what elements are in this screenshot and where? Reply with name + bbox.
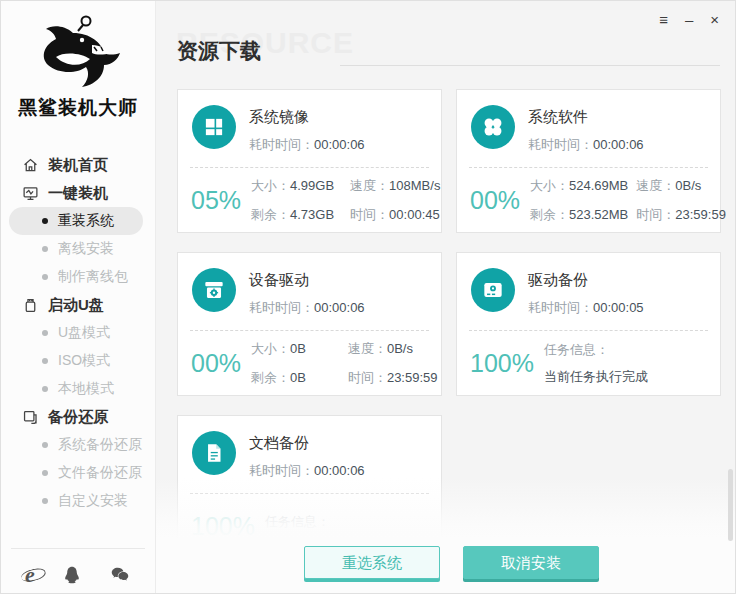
bullet-icon xyxy=(42,386,48,392)
speed-value: 0B/s xyxy=(675,178,701,193)
sidebar-item-reinstall-system[interactable]: 重装系统 xyxy=(9,207,143,235)
bullet-icon xyxy=(42,498,48,504)
elapsed-value: 00:00:06 xyxy=(314,300,365,315)
bullet-icon xyxy=(42,274,48,280)
card-document-backup: 文档备份 耗时时间：00:00:06 100% 任务信息： xyxy=(177,415,442,559)
time-value: 23:59:59 xyxy=(387,370,438,385)
task-status: 当前任务执行完成 xyxy=(544,368,648,386)
size-value: 0B xyxy=(290,341,306,356)
qq-icon[interactable] xyxy=(61,564,83,586)
card-system-image: 系统镜像 耗时时间：00:00:06 05% 大小：4.99GB 速度：108M… xyxy=(177,89,442,233)
app-title: 黑鲨装机大师 xyxy=(1,95,155,121)
elapsed-value: 00:00:06 xyxy=(593,137,644,152)
remain-value: 0B xyxy=(290,370,306,385)
progress-percent: 00% xyxy=(470,186,522,215)
card-driver-backup: 驱动备份 耗时时间：00:00:05 100% 任务信息： 当前任务执行完成 xyxy=(456,252,721,396)
resource-cards: 系统镜像 耗时时间：00:00:06 05% 大小：4.99GB 速度：108M… xyxy=(177,89,721,559)
card-title: 系统软件 xyxy=(528,108,644,127)
progress-percent: 05% xyxy=(191,186,243,215)
sidebar-item-make-offline-pack[interactable]: 制作离线包 xyxy=(1,263,155,291)
speed-value: 108MB/s xyxy=(389,178,440,193)
sidebar-item-backup-restore[interactable]: 备份还原 xyxy=(1,403,155,431)
speed-value: 0B/s xyxy=(387,341,413,356)
backup-icon xyxy=(22,409,39,426)
document-icon xyxy=(192,431,236,475)
bullet-icon xyxy=(42,330,48,336)
sidebar-item-home[interactable]: 装机首页 xyxy=(1,151,155,179)
one-click-icon xyxy=(22,185,39,202)
page-title: 资源下载 xyxy=(177,37,261,65)
app-logo: 黑鲨装机大师 xyxy=(1,1,155,121)
sidebar-item-file-backup-restore[interactable]: 文件备份还原 xyxy=(1,459,155,487)
sidebar-item-one-click[interactable]: 一键装机 xyxy=(1,179,155,207)
sidebar-item-offline-install[interactable]: 离线安装 xyxy=(1,235,155,263)
task-info-label: 任务信息： xyxy=(265,513,330,531)
elapsed-value: 00:00:05 xyxy=(593,300,644,315)
elapsed-value: 00:00:06 xyxy=(314,137,365,152)
scrollbar-thumb[interactable] xyxy=(728,469,733,541)
usb-icon xyxy=(22,297,39,314)
home-icon xyxy=(22,157,39,174)
sidebar-item-iso-mode[interactable]: ISO模式 xyxy=(1,347,155,375)
sidebar-item-system-backup-restore[interactable]: 系统备份还原 xyxy=(1,431,155,459)
windows-icon xyxy=(192,105,236,149)
window-controls: ≡ – × xyxy=(659,10,719,30)
sidebar-item-usb-mode[interactable]: U盘模式 xyxy=(1,319,155,347)
progress-percent: 100% xyxy=(191,512,255,541)
size-value: 524.69MB xyxy=(569,178,628,193)
progress-percent: 100% xyxy=(470,349,534,378)
time-value: 23:59:59 xyxy=(675,207,726,222)
minimize-icon[interactable]: – xyxy=(685,10,693,30)
card-title: 设备驱动 xyxy=(249,271,365,290)
card-device-driver: 设备驱动 耗时时间：00:00:06 00% 大小：0B 速度：0B/s 剩余：… xyxy=(177,252,442,396)
shark-logo-icon xyxy=(26,13,130,91)
time-value: 00:00:45 xyxy=(389,207,440,222)
menu-icon[interactable]: ≡ xyxy=(659,10,668,30)
sidebar-footer: e xyxy=(1,564,155,586)
driver-box-icon xyxy=(192,268,236,312)
card-system-software: 系统软件 耗时时间：00:00:06 00% 大小：524.69MB 速度：0B… xyxy=(456,89,721,233)
wechat-icon[interactable] xyxy=(109,564,131,586)
bullet-icon xyxy=(42,358,48,364)
card-title: 系统镜像 xyxy=(249,108,365,127)
elapsed-label: 耗时时间： xyxy=(249,137,314,152)
close-icon[interactable]: × xyxy=(710,10,719,30)
bullet-icon xyxy=(42,218,48,224)
sidebar: 黑鲨装机大师 装机首页 一键装机 重装系统 离线安装 制作离线包 xyxy=(1,1,156,593)
remain-value: 523.52MB xyxy=(569,207,628,222)
sidebar-nav: 装机首页 一键装机 重装系统 离线安装 制作离线包 启动U盘 xyxy=(1,151,155,515)
sidebar-item-custom-install[interactable]: 自定义安装 xyxy=(1,487,155,515)
bullet-icon xyxy=(42,246,48,252)
size-value: 4.99GB xyxy=(290,178,334,193)
apps-icon xyxy=(471,105,515,149)
main-content: ≡ – × RESOURCE 资源下载 系统镜像 耗时时间：00:00:06 xyxy=(156,1,735,593)
elapsed-value: 00:00:06 xyxy=(314,463,365,478)
task-info-label: 任务信息： xyxy=(544,341,648,359)
bullet-icon xyxy=(42,470,48,476)
cancel-install-button[interactable]: 取消安装 xyxy=(463,546,599,579)
progress-percent: 00% xyxy=(191,349,243,378)
title-underline xyxy=(340,65,720,66)
card-title: 文档备份 xyxy=(249,434,365,453)
sidebar-item-local-mode[interactable]: 本地模式 xyxy=(1,375,155,403)
app-window: 黑鲨装机大师 装机首页 一键装机 重装系统 离线安装 制作离线包 xyxy=(0,0,736,594)
ie-icon[interactable]: e xyxy=(25,564,35,586)
hard-drive-icon xyxy=(471,268,515,312)
reselect-system-button[interactable]: 重选系统 xyxy=(304,546,440,579)
remain-value: 4.73GB xyxy=(290,207,334,222)
bullet-icon xyxy=(42,442,48,448)
sidebar-item-boot-usb[interactable]: 启动U盘 xyxy=(1,291,155,319)
card-title: 驱动备份 xyxy=(528,271,644,290)
sidebar-divider xyxy=(11,548,145,549)
